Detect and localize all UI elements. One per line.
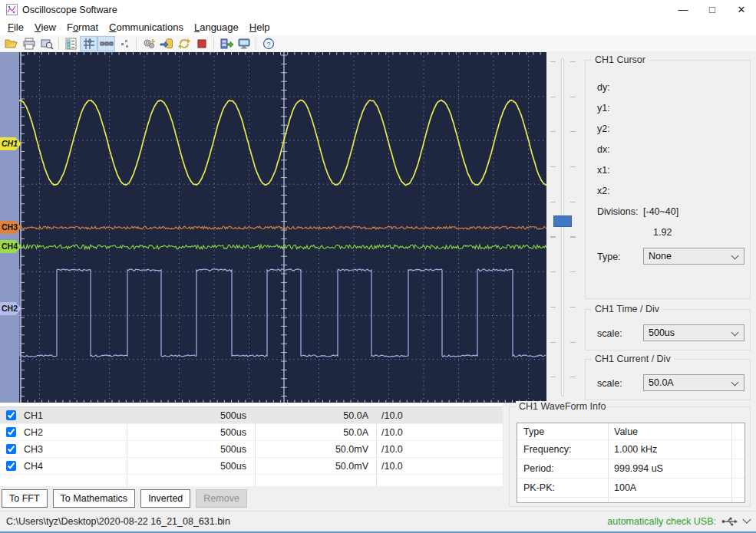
chevron-down-icon	[731, 379, 739, 387]
channel-atten: /10.0	[376, 444, 503, 455]
usb-icon	[721, 517, 738, 526]
help-icon[interactable]: ?	[259, 36, 277, 51]
vertical-position-slider	[546, 52, 579, 403]
waveform-info-region: CH1 WaveForm Info Type Value Frequency: …	[503, 403, 756, 511]
cursor-type-label: Type:	[597, 252, 621, 262]
connect-device-icon[interactable]	[157, 36, 175, 51]
channel-scale: 50.0mV	[255, 461, 376, 472]
wf-row-frequency: Frequency: 1.000 kHz	[517, 440, 744, 459]
current-scale-value: 50.0A	[649, 377, 674, 388]
to-fft-button[interactable]: To FFT	[2, 489, 48, 508]
display-list-icon[interactable]	[62, 36, 80, 51]
divisions-value: 1.92	[653, 227, 672, 238]
menu-communications[interactable]: Communications	[104, 21, 189, 34]
stop-acquisition-icon[interactable]	[193, 36, 210, 51]
maximize-button[interactable]: □	[698, 0, 727, 19]
slider-ticks	[550, 61, 556, 394]
menu-format[interactable]: Format	[61, 21, 104, 34]
table-row-ch1[interactable]: CH1 500us 50.0A /10.0	[0, 407, 503, 424]
channel-name: CH3	[24, 444, 43, 455]
channel-checkbox-ch4[interactable]	[6, 461, 16, 471]
close-button[interactable]: ✕	[727, 0, 756, 19]
time-div-groupbox: CH1 Time / Div scale: 500us	[585, 309, 751, 350]
channels-table: CH1 500us 50.0A /10.0 CH2 500us 50.0A /1…	[0, 406, 503, 486]
inverted-button[interactable]: Inverted	[140, 489, 190, 508]
table-row-ch2[interactable]: CH2 500us 50.0A /10.0	[0, 424, 503, 441]
export-data-icon[interactable]	[217, 36, 235, 51]
slider-ticks	[570, 61, 576, 394]
file-path: C:\Users\tyz\Desktop\2020-08-22 16_21_08…	[6, 516, 230, 527]
wf-type: PK-PK:	[517, 482, 608, 493]
divisions-label: Divisions:	[597, 206, 639, 217]
settings-icon[interactable]	[140, 36, 157, 51]
wf-value: 1.000 kHz	[608, 444, 744, 455]
channel-scale: 50.0mV	[255, 444, 376, 455]
scope-display[interactable]	[19, 52, 546, 403]
minimize-button[interactable]: —	[669, 0, 698, 19]
wf-value: 999.994 uS	[608, 463, 744, 474]
open-file-icon[interactable]	[2, 36, 20, 51]
channel-atten: /10.0	[376, 461, 503, 472]
time-scale-select[interactable]: 500us	[643, 324, 744, 341]
cursor-y1-label: y1:	[597, 103, 610, 114]
cursor-x1-label: x1:	[597, 165, 610, 176]
display-dots-icon[interactable]	[97, 36, 115, 51]
remove-button: Remove	[196, 489, 247, 508]
channel-checkbox-ch3[interactable]	[6, 444, 16, 454]
channel-time: 500us	[127, 461, 255, 472]
title-bar: Oscilloscope Software — □ ✕	[0, 0, 756, 19]
channel-name: CH4	[24, 461, 43, 472]
cursor-type-value: None	[649, 251, 672, 262]
cursor-groupbox: CH1 Cursor dy: y1: y2: dx: x1: x2: Divis…	[585, 60, 751, 299]
window-title: Oscilloscope Software	[22, 5, 117, 15]
chevron-down-icon	[731, 329, 739, 337]
device-screen-icon[interactable]	[235, 36, 253, 51]
time-scale-value: 500us	[649, 327, 675, 338]
usb-status-label: automatically check USB:	[607, 516, 716, 527]
wf-value: 100A	[608, 482, 744, 493]
current-scale-select[interactable]: 50.0A	[643, 374, 744, 391]
print-preview-icon[interactable]	[38, 36, 55, 51]
app-window: Oscilloscope Software — □ ✕ File View Fo…	[0, 0, 756, 533]
cursor-y2-label: y2:	[597, 123, 610, 134]
table-row-ch4[interactable]: CH4 500us 50.0mV /10.0	[0, 458, 503, 475]
menu-view[interactable]: View	[29, 21, 61, 34]
channel-atten: /10.0	[376, 427, 503, 438]
cursor-type-select[interactable]: None	[643, 248, 744, 265]
channel-checkbox-ch1[interactable]	[6, 410, 16, 420]
menu-help[interactable]: Help	[244, 21, 276, 34]
current-scale-label: scale:	[597, 378, 622, 389]
waveform-info-groupbox: CH1 WaveForm Info Type Value Frequency: …	[509, 406, 751, 507]
menu-file[interactable]: File	[2, 21, 29, 34]
chevron-down-icon	[731, 252, 739, 260]
waveform-info-table: Type Value Frequency: 1.000 kHz Period: …	[517, 423, 745, 503]
slider-handle[interactable]	[553, 216, 572, 227]
actions-bar: To FFT To Mathematics Inverted Remove	[0, 486, 507, 511]
channel-time: 500us	[127, 444, 255, 455]
channel-scale: 50.0A	[255, 427, 376, 438]
scope-region: CH1 CH3 CH4 CH2	[0, 52, 579, 403]
channel-scale: 50.0A	[255, 410, 376, 421]
display-grid-icon[interactable]	[80, 36, 97, 51]
app-icon	[6, 4, 18, 15]
right-panel: CH1 Cursor dy: y1: y2: dx: x1: x2: Divis…	[579, 52, 756, 403]
waveform-info-title: CH1 WaveForm Info	[516, 401, 609, 412]
wf-row-pkpk: PK-PK: 100A	[517, 479, 744, 498]
table-row-ch3[interactable]: CH3 500us 50.0mV /10.0	[0, 441, 503, 458]
channel-checkbox-ch2[interactable]	[6, 427, 16, 437]
channel-name: CH2	[24, 427, 43, 438]
to-mathematics-button[interactable]: To Mathematics	[53, 489, 136, 508]
wf-row-period: Period: 999.994 uS	[517, 459, 744, 479]
display-points-icon[interactable]	[115, 36, 133, 51]
slider-groove	[561, 58, 564, 396]
refresh-icon[interactable]	[175, 36, 193, 51]
print-icon[interactable]	[20, 36, 38, 51]
toolbar-separator	[58, 38, 59, 50]
cursor-x2-label: x2:	[597, 186, 610, 196]
wf-header-value: Value	[608, 426, 744, 437]
menu-bar: File View Format Communications Language…	[0, 19, 756, 35]
toolbar-separator	[136, 38, 137, 50]
usb-dropdown-chevron-icon[interactable]	[742, 515, 751, 524]
menu-language[interactable]: Language	[189, 21, 244, 34]
wf-type: Frequency:	[517, 444, 608, 455]
